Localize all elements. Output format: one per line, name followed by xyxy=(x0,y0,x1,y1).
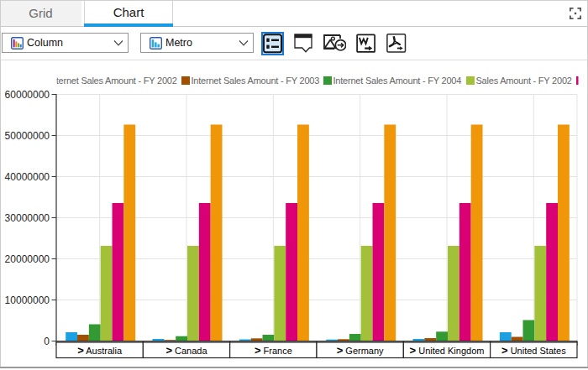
svg-text:Sales Amount - FY 2002: Sales Amount - FY 2002 xyxy=(476,76,572,86)
svg-text:> United States: > United States xyxy=(501,344,566,357)
svg-text:> Canada: > Canada xyxy=(165,344,207,357)
svg-text:Internet Sales Amount - FY 200: Internet Sales Amount - FY 2002 xyxy=(49,76,177,86)
svg-text:0: 0 xyxy=(44,336,50,347)
svg-text:30000000: 30000000 xyxy=(5,212,50,224)
svg-text:> Germany: > Germany xyxy=(337,344,384,357)
svg-text:10000000: 10000000 xyxy=(5,294,50,306)
svg-text:40000000: 40000000 xyxy=(5,171,50,183)
svg-text:20000000: 20000000 xyxy=(5,253,50,265)
svg-text:Internet Sales Amount - FY 200: Internet Sales Amount - FY 2003 xyxy=(192,76,320,86)
svg-text:> Australia: > Australia xyxy=(77,344,123,357)
svg-text:50000000: 50000000 xyxy=(5,130,50,142)
svg-text:> France: > France xyxy=(255,344,292,357)
svg-text:60000000: 60000000 xyxy=(5,89,50,101)
svg-text:> United Kingdom: > United Kingdom xyxy=(410,344,485,357)
svg-text:Internet Sales Amount - FY 200: Internet Sales Amount - FY 2004 xyxy=(333,76,462,86)
